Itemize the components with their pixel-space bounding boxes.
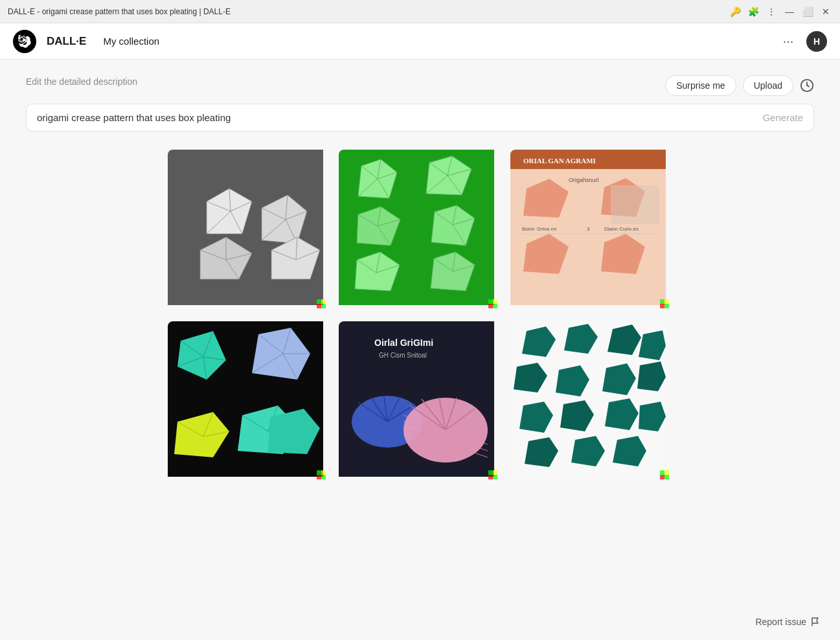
prompt-toolbar: Edit the detailed description Surprise m… [26, 75, 814, 96]
image-cell-5[interactable]: Oirlal GriGImi GH Cism Snitoal [339, 321, 501, 484]
svg-rect-145 [664, 470, 669, 475]
svg-rect-77 [664, 299, 669, 304]
svg-rect-101 [317, 470, 321, 475]
svg-rect-26 [317, 304, 321, 308]
avatar[interactable]: H [806, 31, 827, 52]
svg-rect-143 [660, 470, 664, 475]
svg-text:Origahsnurl: Origahsnurl [569, 177, 599, 183]
svg-rect-103 [321, 470, 326, 475]
prompt-input-row: Generate [26, 104, 814, 131]
image-badge-4 [317, 470, 326, 479]
my-collection-nav[interactable]: My collection [96, 32, 166, 51]
openai-logo-svg [18, 35, 31, 48]
svg-text:GH Cism Snitoal: GH Cism Snitoal [379, 352, 427, 359]
main-content: Edit the detailed description Surprise m… [0, 60, 840, 499]
svg-rect-23 [317, 299, 321, 304]
svg-rect-124 [493, 475, 497, 479]
svg-rect-58 [488, 299, 493, 304]
header-nav: My collection [96, 32, 767, 51]
generate-button[interactable]: Generate [762, 112, 803, 123]
image-cell-4[interactable] [168, 321, 330, 484]
image-badge-1 [317, 299, 326, 308]
svg-rect-59 [493, 304, 497, 308]
maximize-button[interactable]: ⬜ [801, 5, 814, 18]
svg-rect-25 [321, 299, 326, 304]
header: DALL·E My collection ··· H [0, 23, 840, 60]
history-icon [800, 78, 814, 93]
svg-rect-61 [488, 304, 493, 308]
svg-rect-24 [321, 304, 326, 308]
minimize-button[interactable]: — [783, 5, 796, 18]
report-issue-button[interactable]: Report issue [755, 617, 821, 627]
svg-text:Oirlal GriGImi: Oirlal GriGImi [374, 337, 433, 348]
header-more-button[interactable]: ··· [778, 31, 799, 52]
close-button[interactable]: ✕ [819, 5, 832, 18]
svg-rect-126 [488, 475, 493, 479]
app-name: DALL·E [47, 35, 86, 48]
title-bar-controls: 🔑 🧩 ⋮ — ⬜ ✕ [729, 5, 832, 18]
title-bar-title: DALL-E - origami crease pattern that use… [8, 7, 231, 16]
prompt-label: Edit the detailed description [26, 76, 137, 87]
svg-rect-76 [664, 304, 669, 308]
svg-rect-146 [660, 475, 664, 479]
svg-rect-104 [317, 475, 321, 479]
svg-rect-144 [664, 475, 669, 479]
flag-icon [810, 617, 821, 627]
image-cell-3[interactable]: ORIAL GAN AGRAMI Origahsnurl Boint: Grtv… [510, 150, 673, 312]
image-cell-2[interactable] [339, 150, 501, 312]
image-badge-2 [488, 299, 497, 308]
key-icon[interactable]: 🔑 [729, 5, 742, 18]
svg-rect-123 [488, 470, 493, 475]
image-badge-3 [660, 299, 669, 308]
svg-rect-72 [611, 185, 659, 224]
svg-text:ORIAL GAN  AGRAMI: ORIAL GAN AGRAMI [523, 157, 596, 165]
report-issue-label: Report issue [755, 617, 806, 627]
prompt-input[interactable] [37, 112, 757, 123]
image-badge-5 [488, 470, 497, 479]
svg-text:Diahn Curio.es: Diahn Curio.es [604, 226, 639, 232]
svg-rect-125 [493, 470, 497, 475]
more-icon[interactable]: ⋮ [765, 5, 778, 18]
svg-text:Boint: Grtva mi: Boint: Grtva mi [522, 226, 556, 232]
header-actions: ··· H [778, 31, 827, 52]
prompt-toolbar-right: Surprise me Upload [665, 75, 814, 96]
upload-button[interactable]: Upload [743, 75, 793, 96]
image-cell-6[interactable] [510, 321, 673, 484]
svg-rect-75 [660, 299, 664, 304]
svg-rect-60 [493, 299, 497, 304]
svg-rect-78 [660, 304, 664, 308]
logo-icon[interactable] [13, 30, 36, 53]
title-bar: DALL-E - origami crease pattern that use… [0, 0, 840, 23]
svg-rect-102 [321, 475, 326, 479]
surprise-me-button[interactable]: Surprise me [665, 75, 736, 96]
svg-text:3: 3 [587, 226, 590, 232]
image-cell-1[interactable] [168, 150, 330, 312]
puzzle-icon[interactable]: 🧩 [747, 5, 760, 18]
image-grid: ORIAL GAN AGRAMI Origahsnurl Boint: Grtv… [168, 150, 673, 483]
image-badge-6 [660, 470, 669, 479]
history-button[interactable] [800, 78, 814, 93]
